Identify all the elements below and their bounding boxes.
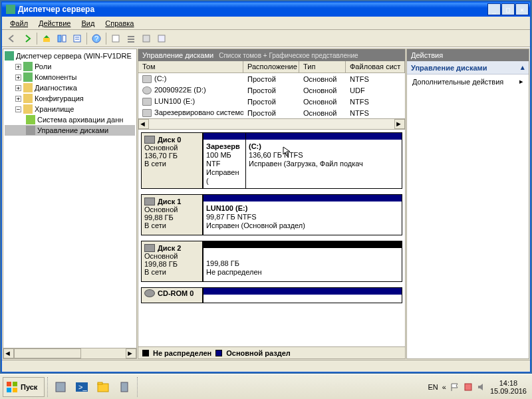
tree-root[interactable]: Диспетчер сервера (WIN-FV1DRE	[5, 51, 135, 61]
pane-header: Управление дисками Список томов + Графич…	[138, 49, 405, 61]
actions-pane: Действия Управление дисками ▴ Дополнител…	[406, 49, 529, 359]
properties-button[interactable]	[70, 31, 84, 46]
tree-configuration[interactable]: +Конфигурация	[5, 93, 135, 104]
scroll-right-button[interactable]: ►	[126, 348, 136, 358]
server-manager-shortcut[interactable]	[51, 377, 70, 397]
actions-more[interactable]: Дополнительные действия ▸	[407, 74, 529, 88]
taskbar: Пуск >_ EN « 14:18 15.09.2016	[0, 374, 532, 399]
menu-view[interactable]: Вид	[76, 18, 100, 29]
legend: Не распределен Основной раздел	[138, 346, 405, 358]
svg-rect-23	[121, 382, 128, 392]
volume-list: Том Расположение Тип Файловая сист (C:) …	[138, 61, 405, 130]
actions-header: Действия	[407, 49, 529, 61]
svg-rect-2	[63, 35, 66, 42]
back-button[interactable]	[5, 31, 19, 46]
tree-pane: Диспетчер сервера (WIN-FV1DRE +Роли +Ком…	[3, 49, 137, 359]
server-manager-window: Диспетчер сервера _ □ ✕ Файл Действие Ви…	[1, 1, 531, 372]
svg-text:?: ?	[94, 35, 98, 43]
menu-help[interactable]: Справка	[100, 18, 139, 29]
help-button[interactable]: ?	[89, 31, 104, 46]
tree-diagnostics[interactable]: +Диагностика	[5, 82, 135, 93]
language-indicator[interactable]: EN	[428, 383, 438, 391]
volume-row[interactable]: (C:) Простой Основной NTFS	[138, 73, 405, 84]
minimize-button[interactable]: _	[487, 3, 501, 15]
volume-row[interactable]: 20090922E (D:) Простой Основной UDF	[138, 84, 405, 96]
col-volume[interactable]: Том	[138, 61, 243, 72]
svg-rect-10	[128, 39, 134, 40]
svg-rect-16	[7, 388, 11, 392]
tree-hscrollbar[interactable]: ◄ ►	[3, 348, 136, 358]
scroll-left-button[interactable]: ◄	[3, 348, 14, 358]
svg-rect-14	[7, 382, 11, 386]
volumes-hscrollbar[interactable]: ◄ ►	[138, 118, 405, 129]
svg-rect-0	[43, 38, 50, 42]
powershell-shortcut[interactable]: >_	[72, 377, 92, 397]
up-button[interactable]	[39, 31, 54, 46]
legend-label-unallocated: Не распределен	[153, 349, 211, 357]
svg-rect-24	[465, 384, 471, 390]
forward-button[interactable]	[20, 31, 35, 46]
chevron-right-icon: ▸	[519, 77, 523, 86]
tree-backup[interactable]: Система архивации данн	[5, 114, 135, 125]
extra-button[interactable]	[154, 31, 169, 46]
volume-row[interactable]: Зарезервировано системой Простой Основно…	[138, 107, 405, 118]
tray-icon[interactable]	[464, 382, 473, 392]
partition-unallocated[interactable]: 199,88 ГБНе распределен	[203, 241, 402, 281]
maximize-button[interactable]: □	[501, 3, 515, 15]
disk-row-1[interactable]: Диск 1 Основной 99,88 ГБ В сети LUN100 (…	[141, 194, 402, 235]
window-title: Диспетчер сервера	[18, 5, 487, 14]
menu-action[interactable]: Действие	[33, 18, 76, 29]
svg-rect-17	[13, 388, 17, 392]
volume-row[interactable]: LUN100 (E:) Простой Основной NTFS	[138, 96, 405, 107]
partition-reserved[interactable]: Зарезерв100 МБ NTFИсправен (	[203, 133, 245, 188]
scroll-left-button[interactable]: ◄	[138, 119, 149, 129]
col-layout[interactable]: Расположение	[243, 61, 299, 72]
quick-launch: >_	[47, 377, 138, 397]
disk-icon	[144, 244, 155, 252]
partition-e[interactable]: LUN100 (E:)99,87 ГБ NTFSИсправен (Основн…	[203, 195, 402, 235]
disk-row-0[interactable]: Диск 0 Основной 136,70 ГБ В сети Зарезер…	[141, 132, 402, 189]
windows-logo-icon	[6, 381, 18, 393]
flag-icon[interactable]	[450, 382, 460, 392]
partition-c[interactable]: (C:)136,60 ГБ NTFSИсправен (Загрузка, Фа…	[245, 133, 402, 188]
disk-row-cdrom[interactable]: CD-ROM 0	[141, 287, 402, 303]
explorer-shortcut[interactable]	[93, 377, 113, 397]
col-type[interactable]: Тип	[299, 61, 346, 72]
collapse-arrow-icon: ▴	[521, 63, 525, 72]
scroll-right-button[interactable]: ►	[394, 119, 405, 129]
tree-storage[interactable]: −Хранилище	[5, 104, 135, 114]
col-filesystem[interactable]: Файловая сист	[346, 61, 405, 72]
tree-components[interactable]: +Компоненты	[5, 72, 135, 82]
start-button[interactable]: Пуск	[3, 377, 45, 397]
app-shortcut[interactable]	[114, 377, 134, 397]
legend-swatch-unallocated	[142, 350, 149, 356]
list-view-button[interactable]	[124, 31, 138, 46]
system-tray: EN « 14:18 15.09.2016	[426, 379, 529, 395]
refresh-button[interactable]	[108, 31, 123, 46]
app-icon	[6, 5, 15, 14]
svg-rect-9	[128, 36, 134, 37]
disk-row-2[interactable]: Диск 2 Основной 199,88 ГБ В сети 199,88 …	[141, 241, 402, 282]
tray-chevron-icon[interactable]: «	[442, 383, 446, 391]
svg-rect-21	[98, 384, 108, 392]
legend-swatch-primary	[215, 350, 222, 356]
cdrom-icon	[144, 289, 155, 297]
menubar: Файл Действие Вид Справка	[2, 17, 530, 30]
show-hide-button[interactable]	[55, 31, 69, 46]
close-button[interactable]: ✕	[515, 3, 529, 15]
svg-rect-15	[13, 382, 17, 386]
main-area: Диспетчер сервера (WIN-FV1DRE +Роли +Ком…	[2, 47, 530, 360]
titlebar[interactable]: Диспетчер сервера _ □ ✕	[2, 2, 530, 17]
legend-label-primary: Основной раздел	[226, 349, 291, 357]
volume-icon	[142, 98, 152, 106]
graphical-view: Диск 0 Основной 136,70 ГБ В сети Зарезер…	[138, 130, 405, 346]
actions-section[interactable]: Управление дисками ▴	[407, 61, 529, 74]
menu-file[interactable]: Файл	[5, 18, 33, 29]
volume-icon[interactable]	[477, 382, 486, 392]
tree-roles[interactable]: +Роли	[5, 61, 135, 72]
disk-icon	[144, 136, 155, 144]
svg-rect-11	[128, 41, 134, 43]
tree-disk-management[interactable]: Управление дисками	[5, 125, 135, 136]
settings-button[interactable]	[139, 31, 154, 46]
clock[interactable]: 14:18 15.09.2016	[490, 379, 527, 395]
